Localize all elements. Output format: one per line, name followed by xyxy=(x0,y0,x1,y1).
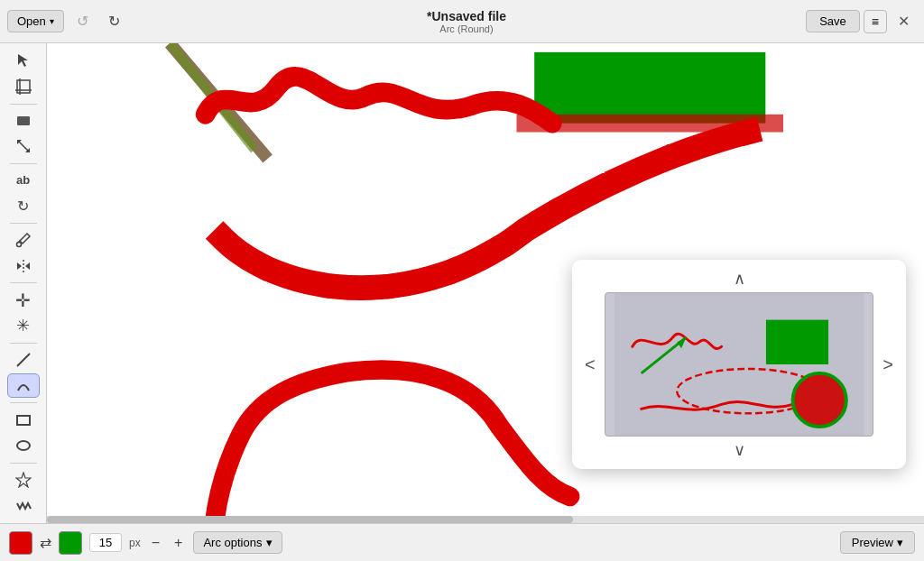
open-button[interactable]: Open ▾ xyxy=(7,10,64,32)
main-title: *Unsaved file xyxy=(127,9,806,23)
ellipse-tool[interactable] xyxy=(7,434,40,458)
svg-line-8 xyxy=(17,354,30,366)
title-center: *Unsaved file Arc (Round) xyxy=(127,9,806,34)
line-tool[interactable] xyxy=(7,347,40,372)
hamburger-button[interactable]: ≡ xyxy=(864,10,887,33)
size-increase-button[interactable]: + xyxy=(171,535,186,551)
size-input[interactable] xyxy=(89,533,122,552)
arc-tool[interactable] xyxy=(7,373,40,398)
svg-rect-3 xyxy=(17,116,30,125)
popup-content: < xyxy=(581,292,897,437)
mirror-tool[interactable] xyxy=(7,254,40,279)
svg-marker-11 xyxy=(16,473,31,487)
right-controls: Save ≡ ✕ xyxy=(806,9,917,33)
text-tool[interactable]: ab xyxy=(7,169,40,193)
preview-label: Preview xyxy=(852,536,893,549)
crop-tool[interactable] xyxy=(7,75,40,99)
open-label: Open xyxy=(17,14,46,28)
svg-rect-14 xyxy=(534,52,765,124)
preview-button[interactable]: Preview ▾ xyxy=(840,531,915,554)
save-button[interactable]: Save xyxy=(806,10,860,32)
size-unit-label: px xyxy=(129,537,141,549)
left-controls: Open ▾ ↺ ↻ xyxy=(7,8,127,34)
select-tool[interactable] xyxy=(7,49,40,73)
toolbar: ab ↻ ✛ ✳ xyxy=(0,43,47,523)
arc-options-label: Arc options xyxy=(203,536,262,549)
svg-rect-9 xyxy=(17,416,30,425)
svg-rect-0 xyxy=(17,80,30,93)
swap-colors-button[interactable]: ⇄ xyxy=(40,534,51,551)
rect-select-tool[interactable] xyxy=(7,108,40,133)
svg-point-5 xyxy=(16,243,21,247)
canvas-scrollbar[interactable] xyxy=(47,516,924,523)
eyedropper-tool[interactable] xyxy=(7,228,40,253)
popup-thumbnail xyxy=(605,292,874,437)
burst-tool[interactable]: ✳ xyxy=(7,314,40,338)
redo-button[interactable]: ↻ xyxy=(101,8,127,34)
sub-title: Arc (Round) xyxy=(127,23,806,34)
arc-options-button[interactable]: Arc options ▾ xyxy=(193,531,282,554)
stroke-color-swatch[interactable] xyxy=(9,531,32,555)
popup-right-button[interactable]: > xyxy=(879,351,897,379)
rect-tool[interactable] xyxy=(7,408,40,432)
main-area: ab ↻ ✛ ✳ xyxy=(0,43,924,523)
popup-up-button[interactable]: ∧ xyxy=(726,269,753,289)
svg-rect-19 xyxy=(766,320,828,364)
scale-tool[interactable] xyxy=(7,134,40,159)
canvas-area[interactable]: ∧ < xyxy=(47,43,924,523)
title-bar: Open ▾ ↺ ↻ *Unsaved file Arc (Round) Sav… xyxy=(0,0,924,43)
arc-options-chevron-icon: ▾ xyxy=(266,536,273,549)
open-chevron-icon: ▾ xyxy=(50,16,54,26)
size-decrease-button[interactable]: − xyxy=(148,535,163,551)
star-tool[interactable] xyxy=(7,467,40,492)
svg-point-10 xyxy=(17,441,30,450)
rotate-tool[interactable]: ↻ xyxy=(7,194,40,218)
svg-line-4 xyxy=(19,142,28,151)
fill-color-swatch[interactable] xyxy=(59,531,82,555)
popup-down-button[interactable]: ∨ xyxy=(726,440,753,460)
zigzag-tool[interactable] xyxy=(7,493,40,518)
bottom-bar: ⇄ px − + Arc options ▾ Preview ▾ xyxy=(0,523,924,561)
preview-chevron-icon: ▾ xyxy=(897,536,903,549)
undo-button[interactable]: ↺ xyxy=(69,8,96,34)
close-button[interactable]: ✕ xyxy=(891,9,917,33)
scrollbar-thumb[interactable] xyxy=(47,516,573,523)
popup-left-button[interactable]: < xyxy=(581,351,599,379)
transform-tool[interactable]: ✛ xyxy=(7,288,40,312)
popup-panel: ∧ < xyxy=(572,260,906,469)
